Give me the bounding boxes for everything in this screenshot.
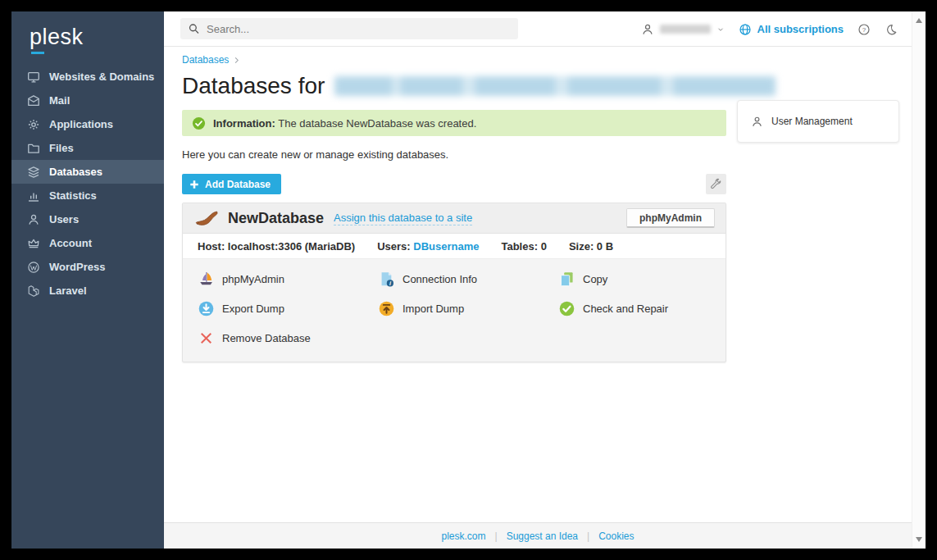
phpmyadmin-header-button[interactable]: phpMyAdmin: [626, 208, 715, 228]
footer-separator: |: [495, 530, 498, 542]
svg-text:?: ?: [862, 26, 866, 34]
sidebar-item-label: Statistics: [49, 189, 97, 202]
add-database-button[interactable]: Add Database: [182, 174, 281, 194]
user-menu[interactable]: [641, 23, 725, 36]
wrench-icon: [710, 178, 722, 190]
sidebar-item-label: Files: [49, 142, 74, 154]
user-management-panel[interactable]: User Management: [737, 100, 899, 143]
sidebar-item-wordpress[interactable]: WordPress: [11, 255, 164, 279]
tool-remove-database[interactable]: Remove Database: [198, 328, 378, 348]
search-input[interactable]: [207, 23, 511, 35]
all-subscriptions-label: All subscriptions: [757, 23, 844, 35]
vertical-scrollbar[interactable]: [912, 11, 926, 549]
sidebar-item-laravel[interactable]: Laravel: [11, 279, 164, 303]
tool-copy[interactable]: Copy: [558, 269, 711, 289]
folder-icon: [27, 142, 40, 155]
info-banner-text: Information: The database NewDatabase wa…: [213, 117, 476, 130]
sidebar-item-files[interactable]: Files: [11, 136, 164, 160]
person-icon: [27, 213, 40, 226]
main-area: All subscriptions ? Databases Databases …: [164, 11, 912, 549]
breadcrumb-link-databases[interactable]: Databases: [182, 54, 229, 66]
chevron-down-icon: [716, 25, 725, 34]
add-database-label: Add Database: [205, 179, 271, 190]
tool-label: phpMyAdmin: [222, 273, 284, 285]
remove-database-icon: [198, 330, 215, 347]
page-title-prefix: Databases for: [182, 72, 325, 100]
check-repair-icon: [558, 300, 575, 317]
monitor-icon: [27, 71, 40, 84]
tables-info: Tables: 0: [501, 240, 546, 253]
settings-wrench-button[interactable]: [706, 174, 726, 194]
intro-text: Here you can create new or manage existi…: [182, 148, 912, 161]
page-title: Databases for: [182, 72, 912, 100]
user-icon: [641, 23, 654, 36]
wordpress-icon: [27, 261, 40, 274]
sidebar-item-users[interactable]: Users: [11, 207, 164, 231]
sidebar-item-label: Mail: [49, 94, 70, 107]
footer-link-cookies[interactable]: Cookies: [598, 530, 634, 542]
tool-phpmyadmin[interactable]: phpMyAdmin: [198, 269, 378, 289]
database-card-header: NewDatabase Assign this database to a si…: [183, 203, 725, 234]
topbar: All subscriptions ?: [164, 11, 912, 47]
plesk-logo-text: plesk: [30, 25, 84, 49]
assign-database-link[interactable]: Assign this database to a site: [334, 212, 472, 225]
topbar-right: All subscriptions ?: [641, 11, 898, 47]
user-management-person-icon: [751, 116, 763, 128]
laravel-icon: [27, 285, 40, 298]
footer-link-plesk-com[interactable]: plesk.com: [441, 530, 485, 542]
tables-label: Tables:: [501, 240, 538, 253]
user-name-redacted: [660, 25, 711, 34]
mail-icon: [27, 94, 40, 107]
tool-label: Connection Info: [403, 273, 477, 285]
tool-export-dump[interactable]: Export Dump: [198, 298, 378, 319]
page-title-domain-redacted: [334, 76, 776, 96]
import-dump-icon: [378, 300, 395, 317]
database-stack-icon: [27, 166, 40, 179]
dark-mode-toggle[interactable]: [885, 23, 898, 36]
all-subscriptions-link[interactable]: All subscriptions: [739, 23, 844, 36]
bar-chart-icon: [27, 189, 40, 203]
sidebar-item-label: Databases: [49, 166, 102, 178]
footer-link-suggest-an-idea[interactable]: Suggest an Idea: [507, 530, 578, 542]
tables-value: 0: [541, 240, 547, 253]
users-value-link[interactable]: DBusername: [413, 240, 479, 253]
tool-check-and-repair[interactable]: Check and Repair: [558, 298, 711, 319]
export-dump-icon: [198, 300, 215, 317]
plus-icon: [189, 180, 199, 189]
help-button[interactable]: ?: [857, 23, 871, 36]
users-info: Users: DBusername: [377, 240, 479, 253]
plesk-logo[interactable]: plesk: [30, 24, 164, 54]
database-tools-grid: phpMyAdmin i Connection Info Copy Export…: [183, 259, 725, 362]
app-window: plesk Websites & Domains Mail Applicatio…: [11, 11, 926, 549]
mariadb-seal-icon: [193, 210, 218, 226]
sidebar-item-label: WordPress: [49, 261, 105, 273]
user-management-label: User Management: [771, 116, 853, 127]
scrollbar-down-arrow-icon[interactable]: [916, 537, 922, 542]
host-value: localhost:3306 (MariaDB): [228, 240, 355, 253]
gear-icon: [27, 118, 40, 131]
sidebar-item-label: Applications: [49, 118, 113, 130]
sidebar-item-applications[interactable]: Applications: [11, 112, 164, 136]
sidebar-item-websites-domains[interactable]: Websites & Domains: [11, 65, 164, 89]
sidebar-item-account[interactable]: Account: [11, 231, 164, 255]
info-banner-message: The database NewDatabase was created.: [278, 117, 476, 130]
sidebar-nav: Websites & Domains Mail Applications Fil…: [11, 65, 164, 303]
tool-label: Export Dump: [222, 303, 284, 315]
sidebar: plesk Websites & Domains Mail Applicatio…: [11, 11, 164, 549]
sidebar-item-databases[interactable]: Databases: [11, 160, 164, 184]
tool-label: Import Dump: [403, 303, 464, 315]
size-value: 0 B: [597, 240, 613, 253]
crown-icon: [27, 237, 40, 250]
sidebar-item-mail[interactable]: Mail: [11, 89, 164, 112]
search-icon: [188, 22, 200, 35]
tool-import-dump[interactable]: Import Dump: [378, 298, 558, 319]
info-banner-label: Information:: [213, 117, 275, 130]
database-info-row: Host: localhost:3306 (MariaDB) Users: DB…: [183, 234, 725, 259]
sidebar-item-statistics[interactable]: Statistics: [11, 184, 164, 207]
chevron-right-icon: [232, 56, 241, 65]
size-info: Size: 0 B: [569, 240, 613, 253]
scrollbar-up-arrow-icon[interactable]: [916, 18, 922, 23]
footer: plesk.com|Suggest an Idea|Cookies: [164, 522, 912, 549]
tool-connection-info[interactable]: i Connection Info: [378, 269, 558, 289]
sidebar-item-label: Users: [49, 213, 79, 225]
